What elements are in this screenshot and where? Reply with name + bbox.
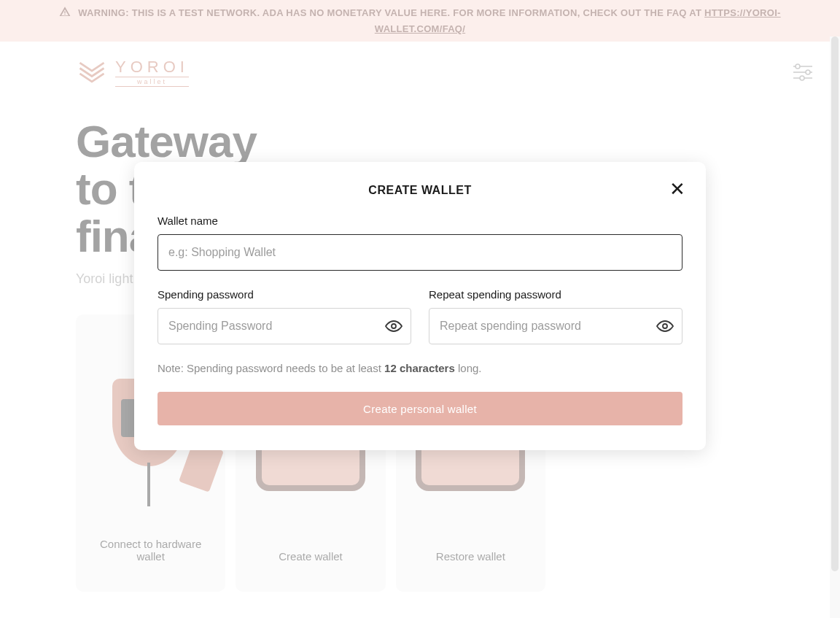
password-note: Note: Spending password needs to be at l…: [158, 362, 682, 374]
modal-title: CREATE WALLET: [158, 184, 682, 197]
create-personal-wallet-button[interactable]: Create personal wallet: [158, 392, 682, 425]
create-wallet-modal: CREATE WALLET ✕ Wallet name Spending pas…: [134, 162, 706, 450]
eye-icon[interactable]: [385, 317, 402, 335]
wallet-name-input[interactable]: [158, 234, 682, 271]
svg-point-7: [663, 324, 667, 328]
wallet-name-label: Wallet name: [158, 215, 682, 227]
spending-password-label: Spending password: [158, 288, 411, 301]
modal-overlay: CREATE WALLET ✕ Wallet name Spending pas…: [0, 0, 840, 618]
svg-point-6: [392, 324, 396, 328]
eye-icon[interactable]: [656, 317, 674, 335]
spending-password-input[interactable]: [158, 308, 411, 344]
repeat-password-label: Repeat spending password: [429, 288, 682, 301]
close-icon[interactable]: ✕: [669, 179, 685, 198]
repeat-password-input[interactable]: [429, 308, 682, 344]
